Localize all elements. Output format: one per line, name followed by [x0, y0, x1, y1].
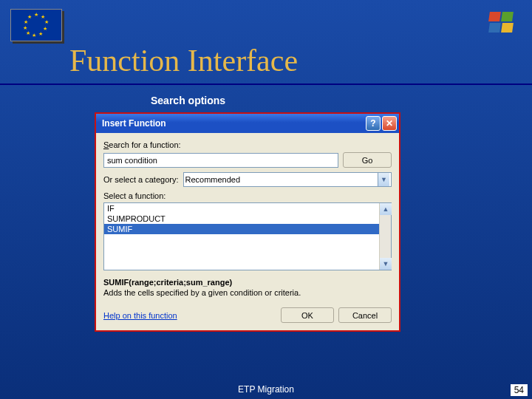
list-item[interactable]: SUMPRODUCT: [104, 214, 391, 224]
cancel-button[interactable]: Cancel: [338, 307, 392, 323]
category-select[interactable]: Recommended ▼: [183, 172, 392, 187]
list-item[interactable]: SUMIF: [104, 224, 391, 234]
category-label: Or select a category:: [103, 175, 179, 184]
chevron-down-icon[interactable]: ▼: [378, 173, 389, 186]
insert-function-dialog: Insert Function ? ✕ Search for a functio…: [95, 112, 400, 332]
dialog-title: Insert Function: [102, 118, 166, 129]
help-link[interactable]: Help on this function: [103, 311, 177, 320]
title-underline: [0, 83, 532, 85]
function-description: Adds the cells specified by a given cond…: [103, 288, 392, 297]
dialog-titlebar[interactable]: Insert Function ? ✕: [96, 114, 399, 133]
page-number: 54: [511, 384, 528, 396]
function-list[interactable]: IF SUMPRODUCT SUMIF ▲ ▼: [103, 202, 392, 270]
ok-button[interactable]: OK: [281, 307, 334, 323]
slide-title: Function Interface: [69, 43, 298, 78]
search-label: Search for a function:: [103, 140, 392, 149]
select-function-label: Select a function:: [103, 191, 392, 200]
function-syntax: SUMIF(range;criteria;sum_range): [103, 278, 392, 287]
scroll-down-icon[interactable]: ▼: [380, 258, 392, 270]
list-item[interactable]: IF: [104, 203, 391, 214]
slide-footer: ETP Migration: [0, 384, 532, 395]
category-value: Recommended: [185, 175, 241, 184]
help-button[interactable]: ?: [366, 116, 381, 131]
slide-subtitle: Search options: [151, 95, 225, 106]
close-button[interactable]: ✕: [382, 116, 397, 131]
search-input[interactable]: [103, 153, 338, 168]
windows-logo-icon: [489, 12, 516, 35]
go-button[interactable]: Go: [343, 152, 392, 168]
scrollbar[interactable]: ▲ ▼: [379, 203, 391, 270]
scroll-up-icon[interactable]: ▲: [380, 203, 392, 215]
eu-flag-icon: ★ ★ ★ ★ ★ ★ ★ ★ ★ ★: [10, 9, 62, 41]
eu-stars: ★ ★ ★ ★ ★ ★ ★ ★ ★ ★: [24, 13, 48, 37]
